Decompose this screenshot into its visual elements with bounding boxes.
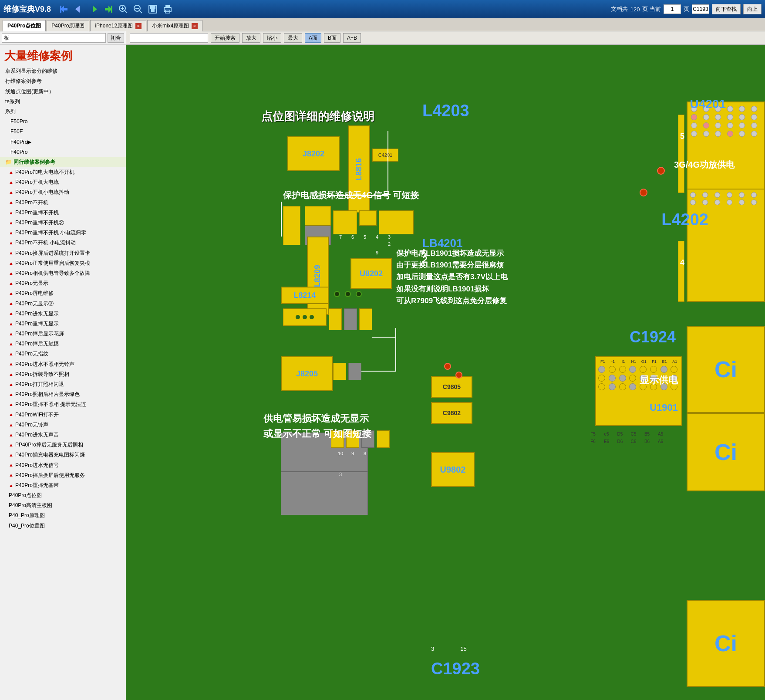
search-down-btn[interactable]: 向下查找 [712, 4, 741, 14]
btn-max[interactable]: 最大 [284, 33, 302, 43]
tree-pdf-6[interactable]: ▲ P40Pro重摔不开机② [0, 218, 126, 228]
tree-item-p40pro-mainboard[interactable]: P40Pro高清主板图 [0, 500, 126, 511]
btn-side-ab[interactable]: A+B [343, 33, 361, 43]
current-page-input[interactable] [664, 4, 681, 14]
tree-pdf-8[interactable]: ▲ P40Pro不开机 小电流抖动 [0, 238, 126, 248]
tree-pdf-23[interactable]: ▲ P40Pro照相后相片显示绿色 [0, 389, 126, 399]
tree-item-te[interactable]: te系列 [0, 97, 126, 107]
print-btn[interactable] [162, 3, 174, 15]
content-search-input[interactable] [130, 33, 208, 43]
svg-rect-5 [111, 6, 112, 13]
tree-pdf-15[interactable]: ▲ P40Pro进水无显示 [0, 309, 126, 319]
tab-close-iphone12[interactable]: ✕ [135, 23, 142, 29]
tree-pdf-27[interactable]: ▲ P40Pro进水无声音 [0, 430, 126, 440]
tree-item-repair-cases-folder[interactable]: 📁 同行维修案例参考 [0, 157, 126, 167]
tab-p40pro-schematic[interactable]: P40Pro原理图 [47, 20, 89, 31]
tree-item-points[interactable]: 线通点位图(更新中） [0, 87, 126, 97]
tree-item-f40pro1[interactable]: F40Pro▶ [0, 137, 126, 147]
tree-pdf-28[interactable]: ▲ PP40Pro摔后无服务无后照相 [0, 440, 126, 450]
tree-pdf-25[interactable]: ▲ P40ProWiFi打不开 [0, 410, 126, 420]
label-display-power: 显示供电 [640, 374, 678, 387]
tree-pdf-10[interactable]: ▲ P40Pro正常使用重启后恢复夹模 [0, 258, 126, 268]
tree-item-f40pro2[interactable]: F40Pro [0, 147, 126, 157]
zoom-out-btn[interactable] [132, 3, 144, 15]
svg-marker-3 [93, 6, 97, 13]
tab-label: iPhone12原理图 [95, 22, 133, 30]
sidebar-search-input[interactable] [2, 33, 106, 43]
pdf-icon: ▲ [9, 421, 13, 429]
svg-marker-2 [75, 6, 80, 13]
pdf-icon: ▲ [9, 199, 13, 206]
tree-pdf-31[interactable]: ▲ P40Pro摔后换屏后使用无服务 [0, 470, 126, 480]
tree-pdf-30[interactable]: ▲ P40Pro进水无信号 [0, 460, 126, 470]
nav-back-btn[interactable] [73, 3, 85, 15]
item-label: P40Pro开机大电流 [15, 178, 59, 186]
tree-item-p40pro-schematic[interactable]: P40_Pro原理图 [0, 511, 126, 521]
tree-pdf-17[interactable]: ▲ P40Pro摔后显示花屏 [0, 329, 126, 339]
btn-zoom-in[interactable]: 放大 [242, 33, 260, 43]
tree-pdf-26[interactable]: ▲ P40Pro无铃声 [0, 420, 126, 430]
tree-item-series[interactable]: 系列 [0, 107, 126, 117]
save-btn[interactable] [147, 3, 159, 15]
tree-pdf-18[interactable]: ▲ P40Pro摔后无触摸 [0, 339, 126, 349]
label-C1924: C1924 [630, 328, 676, 346]
zoom-in-btn[interactable] [117, 3, 129, 15]
tree-pdf-16[interactable]: ▲ P40Pro重摔无显示 [0, 319, 126, 329]
tree-item-p40pro-layout[interactable]: P40_Pro位置图 [0, 521, 126, 531]
item-label: P40Pro摔后无触摸 [15, 340, 59, 348]
tree-item-repair-ref[interactable]: 行维修案例参考 [0, 76, 126, 86]
tree-pdf-12[interactable]: ▲ P40Pro无显示 [0, 278, 126, 288]
tree-pdf-5[interactable]: ▲ P40Pro重摔不开机 [0, 208, 126, 218]
pcb-board[interactable]: 点位图详细的维修说明 L4203 U4201 3G/4G功放供电 [126, 45, 765, 700]
tree-pdf-29[interactable]: ▲ P40Pro插充电器充电图标闪烁 [0, 450, 126, 460]
tree-pdf-13[interactable]: ▲ P40Pro屏电维修 [0, 288, 126, 298]
code-input[interactable] [692, 4, 709, 14]
nav-forward-btn[interactable] [88, 3, 100, 15]
item-label: F40Pro [10, 148, 27, 156]
tree-pdf-3[interactable]: ▲ P40Pro开机小电流抖动 [0, 187, 126, 197]
tree-item-f50pro[interactable]: F50Pro [0, 117, 126, 127]
tree-pdf-14[interactable]: ▲ P40Pro无显示② [0, 299, 126, 309]
tree-pdf-20[interactable]: ▲ P40Pro进水不照相无铃声 [0, 359, 126, 369]
btn-zoom-out[interactable]: 缩小 [263, 33, 281, 43]
content-toolbar: 开始搜索 放大 缩小 最大 A面 B面 A+B [126, 31, 765, 45]
tree-pdf-24[interactable]: ▲ P40Pro重摔不照相 提示无法连 [0, 399, 126, 409]
label-L4203: L4203 [422, 101, 469, 120]
nav-last-btn[interactable] [102, 3, 115, 15]
item-label: 系列 [5, 108, 16, 116]
tree-pdf-32[interactable]: ▲ P40Pro重摔无基带 [0, 480, 126, 490]
pdf-icon: ▲ [9, 482, 13, 490]
item-label: P40Pro不开机 [15, 199, 48, 207]
tree-item-f50e[interactable]: F50E [0, 127, 126, 137]
btn-side-b[interactable]: B面 [324, 33, 340, 43]
tree-pdf-21[interactable]: ▲ P40Pro拆装导致不照相 [0, 369, 126, 379]
tree-pdf-4[interactable]: ▲ P40Pro不开机 [0, 198, 126, 208]
btn-side-a[interactable]: A面 [305, 33, 321, 43]
search-up-btn[interactable]: 向上 [743, 4, 762, 14]
tree-pdf-9[interactable]: ▲ P40Pro换屏后进系统打开设置卡 [0, 248, 126, 258]
tab-iphone12[interactable]: iPhone12原理图 ✕ [90, 20, 146, 31]
label-L8209: L8209 [313, 264, 323, 287]
item-label: P40Pro无铃声 [15, 421, 48, 429]
tree-pdf-11[interactable]: ▲ P40Pro相机供电管导致多个故障 [0, 268, 126, 278]
pdf-icon: ▲ [9, 179, 13, 186]
top-toolbar: 维修宝典V9.8 文档共 120 页 当前 页 向下查找 向上 [0, 0, 765, 18]
tab-xiaomi-mix4[interactable]: 小米mix4原理图 ✕ [147, 20, 202, 31]
tree-pdf-22[interactable]: ▲ P40Pro打开照相闪退 [0, 379, 126, 389]
item-label: F40Pro▶ [10, 138, 31, 146]
tree-item-display-repair[interactable]: 卓系列显示部分的维修 [0, 66, 126, 76]
nav-first-btn[interactable] [58, 3, 70, 15]
svg-line-11 [139, 10, 142, 13]
tree-pdf-19[interactable]: ▲ P40Pro无指纹 [0, 349, 126, 359]
tree-pdf-2[interactable]: ▲ P40Pro开机大电流 [0, 177, 126, 187]
sidebar-close-btn[interactable]: 闭合 [108, 33, 124, 43]
tree-item-p40pro-points[interactable]: P40Pro点位图 [0, 490, 126, 500]
btn-start-search[interactable]: 开始搜索 [211, 33, 239, 43]
tree-pdf-1[interactable]: ▲ P40Pro加电大电流不开机 [0, 167, 126, 177]
tree-pdf-7[interactable]: ▲ P40Pro重摔不开机 小电流归零 [0, 228, 126, 238]
pdf-icon: ▲ [9, 451, 13, 459]
tab-p40pro-points[interactable]: P40Pro点位图 [3, 20, 46, 31]
pdf-icon: ▲ [9, 310, 13, 318]
tab-close-xiaomimix4[interactable]: ✕ [192, 23, 198, 29]
pdf-icon: ▲ [9, 431, 13, 439]
